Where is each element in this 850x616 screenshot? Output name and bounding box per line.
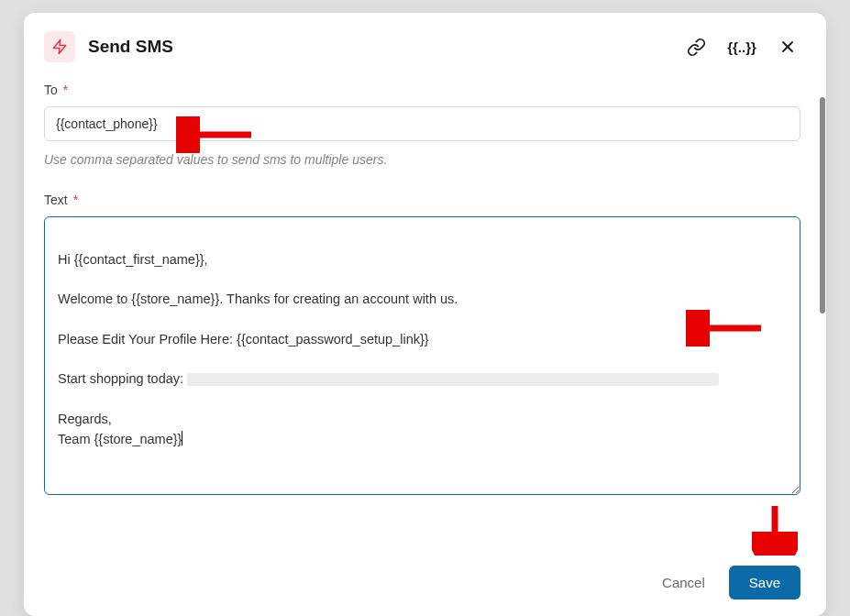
bolt-icon	[44, 31, 75, 62]
text-line: Welcome to {{store_name}}. Thanks for cr…	[58, 292, 458, 306]
text-line: Start shopping today:	[58, 371, 183, 386]
text-label: Text*	[44, 192, 800, 207]
to-hint: Use comma separated values to send sms t…	[44, 152, 800, 167]
required-indicator: *	[63, 82, 68, 97]
modal-title: Send SMS	[88, 37, 683, 57]
modal-footer: Cancel Save	[24, 549, 826, 616]
text-line: Please Edit Your Profile Here: {{contact…	[58, 332, 429, 346]
to-label: To*	[44, 82, 800, 97]
text-line: Team {{store_name}}	[58, 432, 182, 446]
svg-marker-0	[53, 40, 66, 54]
save-button[interactable]: Save	[729, 566, 800, 600]
variables-icon[interactable]: {{..}}	[729, 34, 755, 60]
to-label-text: To	[44, 82, 58, 97]
text-input[interactable]: Hi {{contact_first_name}}, Welcome to {{…	[44, 216, 800, 495]
close-icon[interactable]	[775, 34, 800, 60]
text-line: Regards,	[58, 412, 112, 426]
modal-header: Send SMS {{..}}	[24, 13, 826, 75]
link-icon[interactable]	[683, 34, 709, 60]
required-indicator: *	[73, 192, 78, 207]
modal-body: To* Use comma separated values to send s…	[24, 75, 826, 549]
send-sms-modal: Send SMS {{..}} To* Use comma separated …	[24, 13, 826, 616]
cancel-button[interactable]: Cancel	[657, 567, 711, 598]
header-actions: {{..}}	[683, 34, 800, 60]
text-label-text: Text	[44, 192, 68, 207]
to-input[interactable]	[44, 106, 800, 141]
text-line: Hi {{contact_first_name}},	[58, 252, 208, 267]
redacted-content	[187, 373, 719, 386]
